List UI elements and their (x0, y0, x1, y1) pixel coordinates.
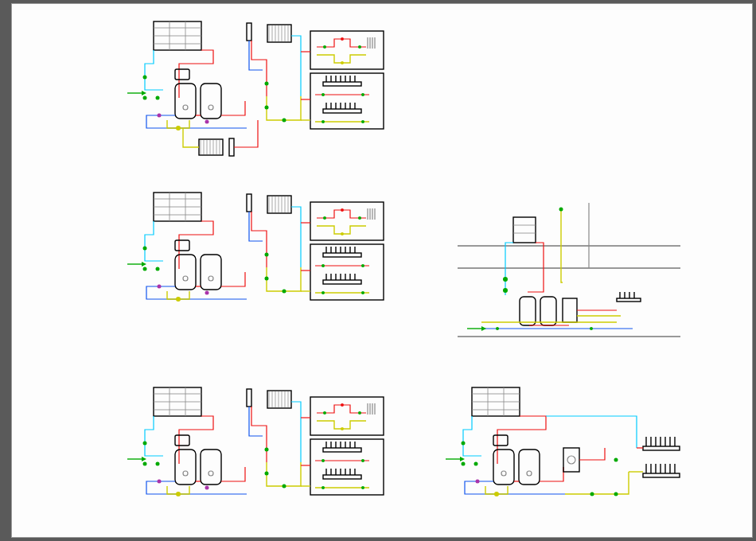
svg-rect-157 (175, 450, 196, 485)
svg-rect-18 (267, 25, 291, 42)
storage-tank-1 (175, 84, 196, 119)
heating-schematic-1 (127, 20, 390, 171)
svg-point-85 (205, 291, 209, 295)
svg-point-166 (205, 486, 209, 490)
svg-point-83 (156, 267, 160, 271)
svg-point-164 (156, 462, 160, 466)
svg-point-222 (462, 442, 466, 446)
svg-rect-78 (201, 255, 221, 290)
svg-point-12 (143, 76, 147, 80)
svg-rect-197 (323, 475, 361, 479)
svg-point-183 (341, 427, 344, 430)
svg-rect-7 (175, 84, 196, 119)
svg-point-224 (474, 462, 478, 466)
svg-point-220 (527, 471, 532, 476)
svg-point-177 (265, 472, 269, 476)
svg-point-64 (321, 93, 325, 96)
paper-space[interactable] (11, 3, 753, 538)
svg-rect-48 (323, 82, 361, 86)
svg-marker-74 (142, 262, 146, 267)
heat-pump-unit (247, 23, 291, 42)
svg-point-225 (476, 480, 480, 484)
svg-point-39 (323, 45, 326, 49)
svg-marker-148 (481, 326, 486, 331)
svg-rect-236 (643, 473, 680, 477)
svg-rect-37 (229, 138, 234, 156)
svg-point-99 (323, 216, 326, 220)
svg-point-77 (183, 276, 188, 281)
svg-point-207 (321, 486, 325, 489)
svg-marker-215 (460, 457, 465, 461)
svg-point-11 (176, 126, 181, 130)
storage-tank-2 (201, 84, 221, 119)
svg-point-96 (265, 277, 269, 281)
svg-rect-226 (563, 448, 579, 472)
svg-rect-216 (493, 435, 508, 446)
svg-point-176 (265, 448, 269, 452)
svg-rect-38 (310, 31, 384, 69)
svg-point-162 (143, 442, 147, 446)
svg-rect-17 (247, 23, 251, 41)
svg-point-161 (176, 492, 181, 496)
svg-point-223 (462, 462, 466, 466)
svg-point-10 (208, 105, 213, 110)
svg-rect-140 (563, 298, 577, 322)
svg-point-158 (183, 471, 188, 476)
svg-rect-139 (540, 297, 556, 325)
svg-rect-56 (323, 109, 361, 113)
svg-point-165 (158, 480, 162, 484)
svg-rect-168 (267, 391, 291, 408)
heating-schematic-5 (446, 386, 700, 521)
svg-point-15 (158, 114, 162, 118)
svg-rect-108 (323, 253, 361, 257)
svg-point-206 (361, 459, 364, 462)
svg-rect-75 (175, 240, 189, 251)
svg-marker-155 (142, 457, 146, 461)
heating-schematic-4 (127, 386, 390, 517)
svg-rect-143 (617, 298, 641, 302)
svg-point-26 (265, 82, 269, 86)
svg-point-178 (283, 485, 286, 488)
svg-point-100 (358, 216, 361, 220)
svg-rect-138 (520, 297, 536, 325)
svg-marker-6 (142, 91, 146, 95)
svg-point-67 (361, 120, 364, 123)
svg-rect-86 (247, 194, 251, 212)
svg-point-246 (590, 492, 594, 496)
svg-point-14 (156, 96, 160, 100)
svg-point-66 (321, 120, 325, 123)
drawing-viewport (0, 0, 756, 541)
secondary-condenser (199, 138, 234, 156)
svg-point-40 (358, 45, 361, 49)
heating-schematic-2 (127, 191, 390, 322)
svg-point-182 (341, 403, 344, 407)
svg-point-127 (361, 291, 364, 294)
svg-point-163 (143, 462, 147, 466)
svg-point-124 (321, 264, 325, 267)
svg-point-205 (321, 459, 325, 462)
svg-rect-9 (201, 84, 221, 119)
manifold-supply (643, 437, 680, 450)
svg-point-180 (323, 411, 326, 415)
svg-rect-179 (310, 397, 384, 435)
svg-point-27 (265, 106, 269, 110)
svg-point-102 (341, 232, 344, 235)
svg-rect-116 (323, 280, 361, 284)
svg-point-244 (614, 458, 618, 462)
svg-point-65 (361, 93, 364, 96)
svg-point-208 (361, 486, 364, 489)
svg-rect-29 (199, 139, 223, 155)
svg-point-221 (494, 492, 499, 496)
svg-rect-131 (513, 217, 536, 243)
svg-point-181 (358, 411, 361, 415)
svg-point-125 (361, 264, 364, 267)
svg-point-97 (283, 290, 286, 294)
svg-point-8 (183, 105, 188, 110)
svg-point-137 (503, 288, 508, 293)
svg-point-227 (567, 456, 575, 464)
svg-rect-76 (175, 255, 196, 290)
svg-rect-156 (175, 435, 189, 446)
svg-rect-219 (519, 450, 540, 485)
svg-point-81 (143, 247, 147, 251)
svg-point-126 (321, 291, 325, 294)
